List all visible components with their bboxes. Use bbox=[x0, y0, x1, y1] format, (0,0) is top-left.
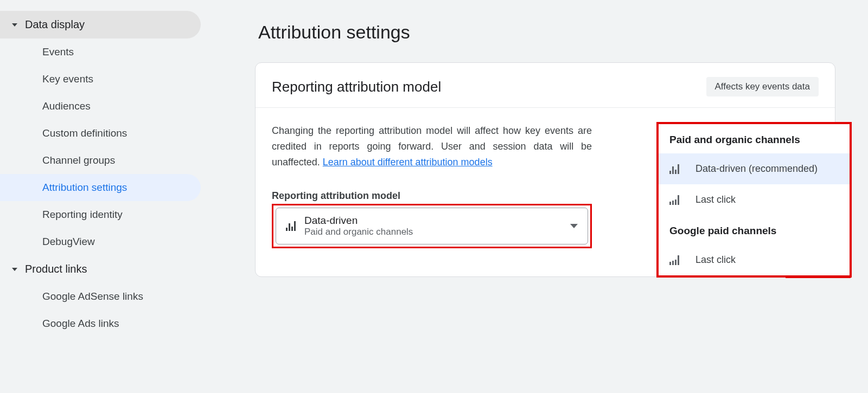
sidebar-section-product-links[interactable]: Product links bbox=[0, 255, 201, 283]
main-content: Attribution settings Reporting attributi… bbox=[222, 0, 868, 393]
dropdown-subtitle: Paid and organic channels bbox=[304, 227, 413, 237]
option-label: Last click bbox=[695, 194, 736, 205]
sidebar-item-channel-groups[interactable]: Channel groups bbox=[0, 147, 201, 174]
sidebar-section-data-display[interactable]: Data display bbox=[0, 11, 201, 38]
bar-chart-icon bbox=[669, 255, 679, 265]
sidebar-item-events[interactable]: Events bbox=[0, 38, 201, 66]
learn-more-link[interactable]: Learn about different attribution models bbox=[323, 157, 493, 167]
attribution-model-options-popup: Paid and organic channels Data-driven (r… bbox=[656, 122, 852, 278]
dropdown-label: Reporting attribution model bbox=[272, 190, 592, 202]
chevron-down-icon bbox=[12, 23, 17, 27]
page-title: Attribution settings bbox=[258, 22, 835, 43]
chevron-down-icon bbox=[12, 268, 17, 271]
attribution-model-dropdown[interactable]: Data-driven Paid and organic channels bbox=[276, 208, 588, 244]
option-last-click-paid-organic[interactable]: Last click bbox=[659, 184, 850, 215]
settings-sidebar: Data display Events Key events Audiences… bbox=[0, 0, 222, 393]
option-label: Last click bbox=[695, 254, 736, 266]
sidebar-item-google-ads-links[interactable]: Google Ads links bbox=[0, 310, 201, 337]
card-title: Reporting attribution model bbox=[272, 79, 441, 95]
sidebar-item-key-events[interactable]: Key events bbox=[0, 66, 201, 93]
bar-chart-icon bbox=[669, 195, 679, 205]
card-description: Changing the reporting attribution model… bbox=[272, 123, 592, 170]
sidebar-item-audiences[interactable]: Audiences bbox=[0, 93, 201, 120]
sidebar-item-attribution-settings[interactable]: Attribution settings bbox=[0, 174, 201, 201]
popup-group-title: Paid and organic channels bbox=[659, 124, 850, 153]
chevron-down-icon bbox=[570, 224, 578, 228]
bar-chart-icon bbox=[669, 164, 679, 174]
sidebar-item-debugview[interactable]: DebugView bbox=[0, 228, 201, 255]
sidebar-item-custom-definitions[interactable]: Custom definitions bbox=[0, 120, 201, 147]
option-last-click-google-paid[interactable]: Last click bbox=[659, 244, 850, 275]
option-label: Data-driven (recommended) bbox=[695, 163, 818, 175]
dropdown-value: Data-driven bbox=[304, 215, 413, 227]
sidebar-section-label: Product links bbox=[25, 263, 87, 275]
sidebar-section-label: Data display bbox=[25, 18, 85, 31]
affects-badge: Affects key events data bbox=[706, 77, 819, 96]
bar-chart-icon bbox=[286, 221, 296, 231]
dropdown-highlight: Data-driven Paid and organic channels bbox=[272, 204, 592, 248]
card-header: Reporting attribution model Affects key … bbox=[256, 63, 835, 108]
option-data-driven[interactable]: Data-driven (recommended) bbox=[659, 153, 850, 184]
sidebar-item-google-adsense-links[interactable]: Google AdSense links bbox=[0, 283, 201, 310]
sidebar-item-reporting-identity[interactable]: Reporting identity bbox=[0, 201, 201, 228]
popup-group-title: Google paid channels bbox=[659, 215, 850, 244]
